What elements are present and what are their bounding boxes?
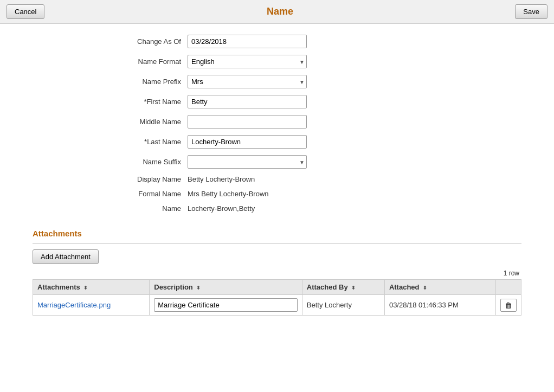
page-title: Name [44, 6, 515, 17]
row-count: 1 row [33, 269, 521, 277]
middle-name-row: Middle Name [101, 115, 453, 128]
attachment-description-cell [150, 295, 302, 316]
first-name-input[interactable] [188, 95, 307, 108]
formal-name-row: Formal Name Mrs Betty Locherty-Brown [101, 190, 453, 198]
attachment-attached-value: 03/28/18 01:46:33 PM [389, 301, 459, 309]
formal-name-label: Formal Name [101, 190, 188, 198]
attached-sort-icon[interactable]: ⬍ [423, 285, 427, 291]
name-prefix-label: Name Prefix [101, 78, 188, 86]
name-format-select[interactable]: English Spanish French [188, 55, 307, 68]
name-prefix-row: Name Prefix Mr Mrs Ms Dr ▼ [101, 75, 453, 88]
col-attached-by: Attached By ⬍ [302, 280, 384, 295]
first-name-label: *First Name [101, 98, 188, 106]
col-attached: Attached ⬍ [384, 280, 495, 295]
last-name-row: *Last Name [101, 135, 453, 149]
attachment-delete-cell: 🗑 [496, 295, 521, 316]
name-row: Name Locherty-Brown,Betty [101, 204, 453, 213]
middle-name-label: Middle Name [101, 118, 188, 126]
name-format-row: Name Format English Spanish French ▼ [101, 55, 453, 68]
name-prefix-select-wrapper: Mr Mrs Ms Dr ▼ [188, 75, 307, 88]
name-suffix-select[interactable]: Jr Sr II III IV [188, 155, 307, 169]
delete-attachment-button[interactable]: 🗑 [500, 299, 517, 312]
display-name-value: Betty Locherty-Brown [188, 175, 255, 183]
name-suffix-row: Name Suffix Jr Sr II III IV ▼ [101, 155, 453, 169]
name-suffix-select-wrapper: Jr Sr II III IV ▼ [188, 155, 307, 169]
change-as-of-row: Change As Of [101, 35, 453, 48]
attached-by-sort-icon[interactable]: ⬍ [351, 285, 356, 291]
save-button[interactable]: Save [515, 4, 547, 19]
name-form: Change As Of Name Format English Spanish… [101, 35, 453, 213]
table-row: MarriageCertificate.png Betty Locherty 0… [33, 295, 521, 316]
display-name-label: Display Name [101, 175, 188, 183]
page-header: Cancel Name Save [0, 0, 554, 24]
name-value: Locherty-Brown,Betty [188, 204, 255, 213]
attachments-title: Attachments [33, 229, 521, 238]
name-format-select-wrapper: English Spanish French ▼ [188, 55, 307, 68]
col-description: Description ⬍ [150, 280, 302, 295]
attachment-filename-cell: MarriageCertificate.png [33, 295, 150, 316]
attachment-filename-link[interactable]: MarriageCertificate.png [37, 301, 111, 309]
attachment-attached-by-cell: Betty Locherty [302, 295, 384, 316]
attachments-divider [33, 243, 521, 244]
change-as-of-label: Change As Of [101, 37, 188, 46]
attachment-attached-cell: 03/28/18 01:46:33 PM [384, 295, 495, 316]
name-suffix-label: Name Suffix [101, 158, 188, 166]
main-content: Change As Of Name Format English Spanish… [0, 24, 554, 326]
col-attachments: Attachments ⬍ [33, 280, 150, 295]
last-name-label: *Last Name [101, 138, 188, 146]
name-label: Name [101, 204, 188, 213]
attachments-table: Attachments ⬍ Description ⬍ Attached By … [33, 279, 521, 316]
change-as-of-input[interactable] [188, 35, 307, 48]
name-prefix-select[interactable]: Mr Mrs Ms Dr [188, 75, 307, 88]
name-format-label: Name Format [101, 57, 188, 66]
table-header-row: Attachments ⬍ Description ⬍ Attached By … [33, 280, 521, 295]
first-name-row: *First Name [101, 95, 453, 108]
last-name-input[interactable] [188, 135, 307, 149]
description-sort-icon[interactable]: ⬍ [196, 285, 201, 291]
cancel-button[interactable]: Cancel [7, 4, 44, 19]
attachments-sort-icon[interactable]: ⬍ [83, 285, 88, 291]
formal-name-value: Mrs Betty Locherty-Brown [188, 190, 269, 198]
col-delete [496, 280, 521, 295]
attachment-attached-by-value: Betty Locherty [307, 301, 352, 309]
middle-name-input[interactable] [188, 115, 307, 128]
display-name-row: Display Name Betty Locherty-Brown [101, 175, 453, 183]
attachments-section: Attachments Add Attachment 1 row Attachm… [22, 229, 532, 316]
attachment-description-input[interactable] [154, 298, 298, 312]
add-attachment-button[interactable]: Add Attachment [33, 249, 99, 264]
